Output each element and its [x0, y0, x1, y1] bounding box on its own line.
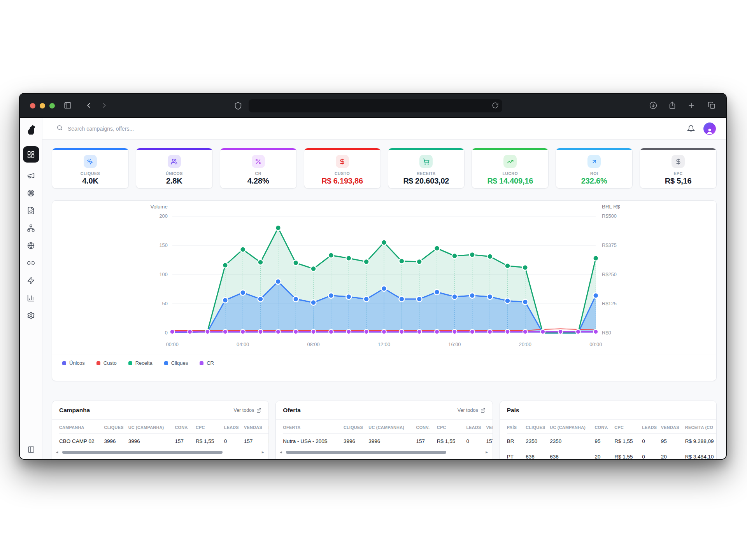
column-header: VENDAS	[244, 420, 268, 434]
notifications-bell-icon[interactable]	[687, 125, 695, 133]
legend-color-dot	[128, 361, 132, 365]
table-cell: 3996	[344, 434, 368, 449]
scroll-right-arrow[interactable]: ▸	[262, 450, 264, 454]
table-card-campanha: CampanhaVer todosCAMPANHACLIQUESUC (CAMP…	[52, 401, 269, 460]
summary-tables-row: CampanhaVer todosCAMPANHACLIQUESUC (CAMP…	[52, 401, 717, 460]
sidebar-item-domains[interactable]	[23, 237, 39, 254]
app-logo-dog-icon[interactable]	[26, 124, 36, 136]
scroll-left-arrow[interactable]: ◂	[280, 450, 282, 454]
sidebar-item-reports[interactable]	[23, 290, 39, 306]
table-cell: 157	[244, 434, 268, 449]
column-header: UC (CAMPANHA)	[550, 420, 594, 434]
new-tab-button[interactable]	[687, 101, 696, 110]
stat-card-icon-chip	[672, 155, 685, 168]
reload-icon[interactable]	[492, 102, 499, 109]
legend-item-cliques[interactable]: Cliques	[164, 360, 188, 366]
sidebar-item-links[interactable]	[23, 255, 39, 271]
gear-icon	[27, 312, 35, 320]
browser-sidebar-toggle-button[interactable]	[63, 101, 72, 110]
table-row[interactable]: CBO CAMP 0239963996157R$ 1,550157R	[59, 434, 268, 449]
table-cell: 3996	[368, 434, 416, 449]
column-header: CPC	[614, 420, 642, 434]
column-header: VENDAS	[486, 420, 493, 434]
table-cell: Nutra - USA - 200$	[283, 434, 344, 449]
file-code-icon	[27, 206, 35, 215]
legend-color-dot	[200, 361, 203, 365]
ver-todos-link[interactable]: Ver todos	[234, 408, 262, 413]
table-cell: 0	[224, 434, 244, 449]
stat-card-icon-chip	[503, 155, 517, 168]
table-title: País	[507, 407, 519, 414]
svg-text:0: 0	[165, 330, 168, 336]
sidebar-item-campaigns[interactable]	[23, 167, 39, 184]
bar-chart-icon	[27, 294, 35, 302]
stat-card-accent-bar	[52, 148, 128, 150]
stat-label: ÚNICOS	[166, 171, 183, 176]
sidebar-item-offers[interactable]	[23, 185, 39, 201]
stat-label: EPC	[674, 171, 683, 176]
table-row[interactable]: Nutra - USA - 200$39963996157R$ 1,550157	[283, 434, 492, 449]
stat-card-accent-bar	[220, 148, 296, 150]
stat-card-icon-chip	[252, 155, 265, 168]
url-bar[interactable]	[249, 99, 502, 112]
ver-todos-link[interactable]: Ver todos	[458, 408, 486, 413]
svg-text:BRL R$: BRL R$	[602, 204, 620, 210]
svg-text:16:00: 16:00	[448, 341, 461, 347]
scrollbar-track[interactable]	[285, 451, 483, 454]
share-button[interactable]	[668, 101, 677, 110]
scroll-left-arrow[interactable]: ◂	[56, 450, 58, 454]
table-cell: 0	[466, 434, 486, 449]
tab-overview-button[interactable]	[707, 101, 716, 110]
percent-icon	[255, 158, 261, 165]
arrow-up-right-icon	[591, 158, 598, 165]
forward-button[interactable]	[100, 101, 109, 110]
scrollbar-thumb[interactable]	[62, 451, 223, 454]
sidebar-item-dashboard[interactable]	[23, 146, 39, 163]
column-header: CPC	[196, 420, 224, 434]
table-cell: 157	[416, 434, 437, 449]
table-cell: 157	[175, 434, 196, 449]
legend-item-custo[interactable]: Custo	[96, 360, 117, 366]
table-cell: R	[268, 434, 268, 449]
stat-card-roi: ROI232.6%	[556, 148, 633, 189]
table-row[interactable]: BR2350235095R$ 1,55095R$ 9.288,09	[507, 434, 716, 449]
collapse-sidebar-button[interactable]	[27, 446, 35, 453]
stat-card-custo: CUSTOR$ 6.193,86	[304, 148, 381, 189]
stat-card-icon-chip	[168, 155, 181, 168]
search-input[interactable]	[68, 126, 231, 132]
sidebar-item-flows[interactable]	[23, 220, 39, 236]
table-cell: 636	[526, 449, 550, 460]
svg-text:200: 200	[159, 213, 167, 219]
minimize-window-button[interactable]	[40, 103, 45, 108]
scrollbar-thumb[interactable]	[286, 451, 447, 454]
sidebar-item-settings[interactable]	[23, 307, 39, 324]
layout-dashboard-icon	[27, 150, 35, 159]
privacy-shield-icon	[234, 102, 242, 110]
trend-up-icon	[507, 158, 514, 165]
sidebar-item-automation[interactable]	[23, 272, 39, 289]
table-cell: R$ 1,55	[196, 434, 224, 449]
table-cell: 2350	[550, 434, 594, 449]
table-cell: BR	[507, 434, 526, 449]
close-window-button[interactable]	[30, 103, 35, 108]
scrollbar-track[interactable]	[61, 451, 259, 454]
column-header: CLIQUES	[344, 420, 368, 434]
scroll-right-arrow[interactable]: ▸	[486, 450, 488, 454]
legend-item-receita[interactable]: Receita	[128, 360, 153, 366]
legend-item-nicos[interactable]: Únicos	[62, 360, 85, 366]
legend-label: Custo	[103, 360, 117, 366]
legend-label: Únicos	[69, 360, 85, 366]
back-button[interactable]	[84, 101, 93, 110]
target-icon	[27, 189, 35, 197]
external-link-icon	[480, 408, 486, 413]
sidebar-item-landers[interactable]	[23, 202, 39, 219]
stat-card-cr: CR4.28%	[220, 148, 297, 189]
zap-icon	[27, 276, 35, 285]
svg-text:00:00: 00:00	[166, 341, 179, 347]
zoom-window-button[interactable]	[49, 103, 55, 108]
table-row[interactable]: PT63663620R$ 1,55020R$ 3.484,10	[507, 449, 716, 460]
column-header: CONV.	[175, 420, 196, 434]
user-avatar[interactable]	[703, 122, 716, 135]
downloads-button[interactable]	[649, 101, 658, 110]
legend-item-cr[interactable]: CR	[200, 360, 214, 366]
